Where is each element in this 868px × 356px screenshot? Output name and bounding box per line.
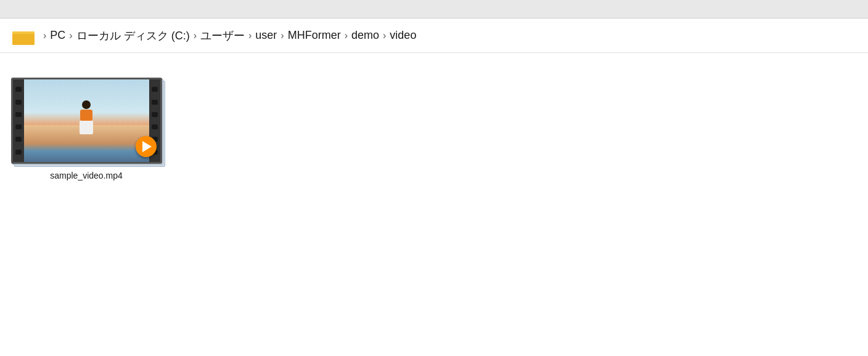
film-hole — [152, 124, 158, 129]
film-hole — [152, 87, 158, 92]
video-scene — [24, 79, 149, 162]
svg-rect-2 — [12, 34, 35, 45]
breadcrumb-video[interactable]: video — [390, 29, 416, 42]
folder-icon — [12, 26, 35, 45]
breadcrumb-user[interactable]: user — [255, 29, 277, 42]
file-name-label: sample_video.mp4 — [50, 170, 123, 182]
film-hole — [15, 112, 22, 117]
figure-body — [80, 110, 92, 121]
figure-head — [82, 100, 91, 109]
breadcrumb-sep-1: › — [69, 30, 72, 41]
video-preview — [24, 79, 149, 162]
file-grid: sample_video.mp4 — [12, 65, 856, 195]
play-overlay — [136, 136, 157, 157]
breadcrumb-local-disk[interactable]: ローカル ディスク (C:) — [76, 28, 190, 43]
film-hole — [152, 112, 158, 117]
play-icon — [142, 141, 152, 152]
breadcrumb-pc[interactable]: PC — [50, 29, 65, 42]
breadcrumb-sep-2: › — [194, 30, 197, 41]
top-bar — [0, 0, 868, 18]
film-hole — [152, 100, 158, 105]
film-strip-left — [13, 79, 24, 162]
breadcrumb-sep-3: › — [248, 30, 252, 41]
file-thumbnail-stack — [11, 78, 162, 164]
film-hole — [15, 137, 22, 142]
film-hole — [15, 100, 22, 105]
breadcrumb-bar: › PC › ローカル ディスク (C:) › ユーザー › user › MH… — [0, 18, 868, 53]
film-hole — [15, 150, 22, 155]
breadcrumb-users[interactable]: ユーザー — [200, 28, 245, 43]
film-hole — [15, 124, 22, 129]
file-item[interactable]: sample_video.mp4 — [37, 78, 136, 182]
breadcrumb-mhformer[interactable]: MHFormer — [288, 29, 341, 42]
breadcrumb-sep-0: › — [43, 30, 46, 41]
breadcrumb-demo[interactable]: demo — [351, 29, 379, 42]
content-area: sample_video.mp4 — [0, 53, 868, 356]
film-hole — [15, 87, 22, 92]
figure-legs — [80, 121, 93, 134]
breadcrumb-sep-6: › — [383, 30, 386, 41]
video-thumbnail — [11, 78, 162, 164]
film-strip-container — [11, 78, 162, 164]
breadcrumb-sep-5: › — [345, 30, 348, 41]
scene-figure — [77, 100, 96, 137]
file-explorer-window: › PC › ローカル ディスク (C:) › ユーザー › user › MH… — [0, 0, 868, 356]
breadcrumb-sep-4: › — [280, 30, 284, 41]
